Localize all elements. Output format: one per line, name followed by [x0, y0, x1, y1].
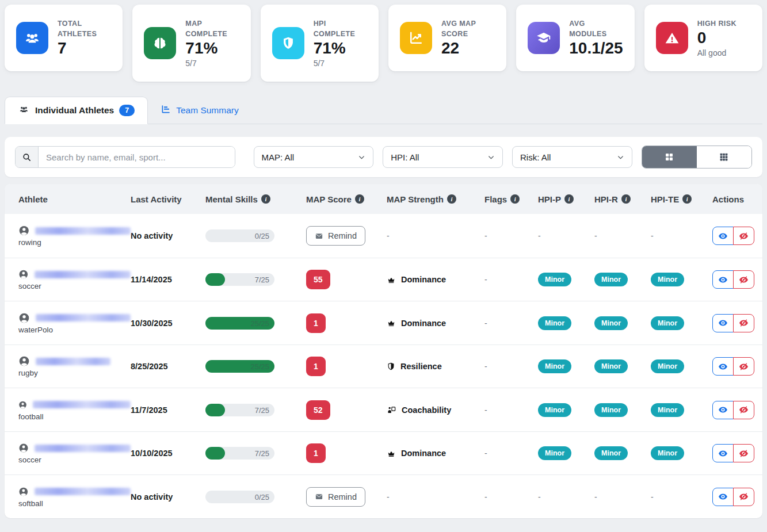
progress-value: 25/25 — [250, 362, 269, 371]
stat-label: HIGH RISK — [697, 18, 737, 29]
col-flags: Flagsi — [484, 194, 538, 204]
athlete-cell: soccer — [18, 269, 131, 290]
tab-team-summary[interactable]: Team Summary — [148, 97, 251, 124]
map-score-badge: 1 — [306, 357, 326, 376]
mental-skills-progress: 0/25 — [205, 229, 274, 242]
map-score-badge: 52 — [306, 400, 330, 420]
hpi-filter-select[interactable]: HPI: All — [383, 146, 503, 168]
info-icon[interactable]: i — [510, 194, 520, 204]
mental-skills-progress: 7/25 — [205, 404, 274, 416]
athlete-count-badge: 7 — [119, 105, 135, 116]
stat-card-hpi-complete: HPI COMPLETE 71% 5/7 — [261, 5, 379, 82]
eye-slash-icon — [739, 405, 749, 415]
stat-label: AVG MODULES — [569, 18, 623, 39]
stat-value: 0 — [697, 29, 737, 47]
info-icon[interactable]: i — [355, 194, 364, 204]
person-chalkboard-icon — [387, 405, 396, 415]
map-filter-value: MAP: All — [262, 152, 295, 162]
hide-athlete-button[interactable] — [733, 488, 754, 506]
athlete-sport: soccer — [18, 456, 131, 464]
hpi-p: - — [538, 231, 594, 240]
map-filter-select[interactable]: MAP: All — [254, 146, 374, 168]
eye-icon — [718, 275, 728, 285]
athlete-sport: waterPolo — [18, 326, 131, 334]
table-row: waterPolo 10/30/2025 25/25 1 Dominance -… — [5, 301, 762, 345]
search-input[interactable] — [39, 147, 235, 167]
hpi-te-badge: Minor — [651, 359, 684, 373]
col-last-activity: Last Activity — [131, 194, 205, 204]
hpi-te: - — [651, 231, 712, 240]
table-row: soccer 10/10/2025 7/25 1 Dominance - Min… — [5, 431, 762, 475]
risk-filter-select[interactable]: Risk: All — [512, 146, 632, 168]
hpi-p-badge: Minor — [538, 446, 571, 460]
chevron-down-icon — [617, 154, 624, 161]
eye-icon — [718, 405, 728, 415]
flags: - — [484, 405, 538, 415]
row-actions — [712, 357, 754, 376]
view-athlete-button[interactable] — [712, 401, 734, 419]
stat-value: 7 — [58, 39, 111, 58]
hide-athlete-button[interactable] — [733, 401, 754, 419]
hide-athlete-button[interactable] — [733, 444, 754, 462]
col-hpi-r: HPI-Ri — [594, 194, 651, 204]
view-athlete-button[interactable] — [712, 227, 734, 245]
chevron-down-icon — [358, 154, 365, 161]
col-hpi-te: HPI-TEi — [651, 194, 712, 204]
tab-individual-athletes[interactable]: Individual Athletes 7 — [5, 97, 148, 124]
view-athlete-button[interactable] — [712, 270, 734, 289]
hpi-te-badge: Minor — [651, 403, 684, 417]
shield-half-icon — [387, 362, 395, 371]
map-score-badge: 1 — [306, 443, 326, 463]
table-header-row: Athlete Last Activity Mental Skillsi MAP… — [5, 184, 762, 214]
eye-icon — [718, 231, 728, 241]
last-activity: 11/7/2025 — [131, 405, 205, 415]
remind-button[interactable]: Remind — [306, 487, 365, 507]
stat-value: 71% — [185, 39, 239, 58]
athlete-cell: rowing — [18, 225, 131, 247]
redacted-name — [36, 314, 131, 322]
athlete-sport: softball — [18, 499, 131, 508]
mental-skills-progress: 0/25 — [205, 491, 274, 503]
stat-card-avg-map-score: AVG MAP SCORE 22 — [388, 5, 506, 71]
hpi-r-badge: Minor — [594, 316, 628, 330]
eye-slash-icon — [739, 231, 749, 241]
info-icon[interactable]: i — [447, 194, 456, 204]
info-icon[interactable]: i — [564, 194, 574, 204]
card-view-button[interactable] — [642, 146, 697, 168]
hide-athlete-button[interactable] — [733, 357, 754, 376]
info-icon[interactable]: i — [261, 194, 270, 204]
info-icon[interactable]: i — [621, 194, 631, 204]
view-athlete-button[interactable] — [712, 444, 734, 462]
eye-slash-icon — [739, 492, 749, 502]
last-activity: 10/30/2025 — [131, 319, 205, 328]
search-group — [15, 146, 235, 168]
stat-value: 10.1/25 — [569, 39, 623, 58]
view-athlete-button[interactable] — [712, 314, 734, 332]
info-icon[interactable]: i — [682, 194, 692, 204]
view-athlete-button[interactable] — [712, 357, 734, 376]
hpi-p: - — [538, 492, 594, 502]
shield-icon — [272, 27, 304, 59]
table-view-button[interactable] — [697, 146, 751, 168]
warning-triangle-icon — [656, 22, 688, 54]
view-athlete-button[interactable] — [712, 488, 734, 506]
hide-athlete-button[interactable] — [733, 270, 754, 289]
mental-skills-progress: 7/25 — [205, 273, 274, 286]
table-row: softball No activity 0/25 Remind - - - -… — [5, 474, 762, 518]
stat-label: MAP COMPLETE — [185, 18, 239, 39]
remind-button[interactable]: Remind — [306, 226, 365, 246]
athlete-sport: soccer — [18, 282, 131, 290]
progress-value: 7/25 — [255, 275, 269, 284]
hpi-p-badge: Minor — [538, 403, 571, 417]
filter-bar: MAP: All HPI: All Risk: All — [5, 137, 762, 177]
hide-athlete-button[interactable] — [733, 314, 754, 332]
progress-value: 0/25 — [255, 492, 269, 501]
stat-card-avg-modules: AVG MODULES 10.1/25 — [516, 5, 634, 71]
map-strength: - — [387, 492, 484, 502]
stat-sub: 5/7 — [185, 59, 239, 68]
eye-icon — [718, 492, 728, 502]
graduation-cap-icon — [528, 22, 560, 54]
col-map-strength: MAP Strengthi — [387, 194, 484, 204]
last-activity: No activity — [131, 492, 205, 502]
hide-athlete-button[interactable] — [733, 227, 754, 245]
